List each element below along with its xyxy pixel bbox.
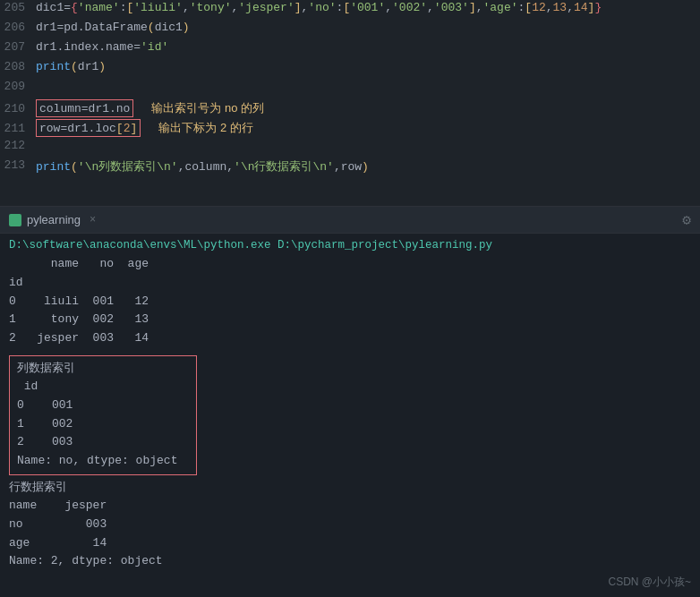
code-content: dr1=pd.DataFrame(dic1) (36, 21, 700, 34)
table-row-2: 2 jesper 003 14 (9, 329, 691, 348)
code-editor: 205 dic1={'name':['liuli','tony','jesper… (0, 0, 700, 206)
svg-point-0 (12, 217, 19, 224)
line-number: 205 (0, 1, 36, 14)
terminal-tab[interactable]: pylearning × (9, 213, 96, 226)
code-content: dic1={'name':['liuli','tony','jesper'],'… (36, 1, 700, 14)
terminal-header: pylearning × ⚙ (0, 207, 700, 234)
terminal-tab-label: pylearning (27, 213, 81, 226)
terminal-tab-close-button[interactable]: × (90, 214, 96, 226)
code-line-210: 210 column=dr1.no 输出索引号为 no 的列 (0, 98, 700, 118)
line-number: 207 (0, 40, 36, 54)
code-line-208: 208 print(dr1) (0, 59, 700, 79)
section2-row-0: name jesper (9, 497, 691, 516)
code-line-207: 207 dr1.index.name='id' (0, 39, 700, 59)
terminal-tab-icon (9, 214, 21, 226)
code-content: column=dr1.no (39, 102, 130, 115)
line-number: 206 (0, 21, 36, 34)
line-number: 210 (0, 102, 36, 115)
code-line-209: 209 (0, 79, 700, 98)
section1-row-2: 2 003 (17, 433, 189, 452)
line-number: 209 (0, 80, 36, 93)
watermark: CSDN @小小孩~ (608, 575, 691, 590)
dataframe-output: name no age id 0 liuli 001 12 1 tony 002… (9, 255, 691, 348)
line-number: 213 (0, 158, 36, 172)
section1-title: 列数据索引 (17, 360, 189, 376)
section1-dtype: Name: no, dtype: object (17, 452, 189, 471)
section2-dtype: Name: 2, dtype: object (9, 552, 691, 571)
annotation-1: 输出索引号为 no 的列 (151, 100, 264, 116)
terminal-content: D:\software\anaconda\envs\ML\python.exe … (0, 234, 700, 597)
section2-row-1: no 003 (9, 516, 691, 534)
line-number: 208 (0, 60, 36, 73)
column-index-section: 列数据索引 id 0 001 1 002 2 003 Name: no, dty… (9, 355, 197, 475)
section1-row-0: 0 001 (17, 397, 189, 415)
line-number: 212 (0, 139, 36, 152)
python-icon (11, 216, 20, 225)
table-row-0: 0 liuli 001 12 (9, 293, 691, 311)
code-line-205: 205 dic1={'name':['liuli','tony','jesper… (0, 0, 700, 20)
row-index-section: 行数据索引 name jesper no 003 age 14 Name: 2,… (9, 479, 691, 571)
code-line-211: 211 row=dr1.loc[2] 输出下标为 2 的行 (0, 118, 700, 138)
code-content: dr1.index.name='id' (36, 40, 700, 54)
table-header: name no age (9, 255, 691, 274)
code-line-213: 213 print('\n列数据索引\n',column,'\n行数据索引\n'… (0, 158, 700, 177)
code-content: print(dr1) (36, 60, 700, 73)
table-row-1: 1 tony 002 13 (9, 311, 691, 329)
code-line-212: 212 (0, 138, 700, 158)
terminal-area: pylearning × ⚙ D:\software\anaconda\envs… (0, 206, 700, 597)
command-line: D:\software\anaconda\envs\ML\python.exe … (9, 239, 691, 252)
code-content: row=dr1.loc[2] (39, 122, 137, 135)
code-line-206: 206 dr1=pd.DataFrame(dic1) (0, 20, 700, 39)
line-number: 211 (0, 122, 36, 135)
section2-title: 行数据索引 (9, 479, 691, 495)
section2-row-2: age 14 (9, 534, 691, 553)
annotation-2: 输出下标为 2 的行 (158, 120, 252, 136)
section1-row-1: 1 002 (17, 415, 189, 434)
code-content: print('\n列数据索引\n',column,'\n行数据索引\n',row… (36, 158, 700, 175)
gear-icon[interactable]: ⚙ (682, 211, 691, 229)
table-id-label: id (9, 274, 691, 293)
section1-id: id (17, 378, 189, 397)
